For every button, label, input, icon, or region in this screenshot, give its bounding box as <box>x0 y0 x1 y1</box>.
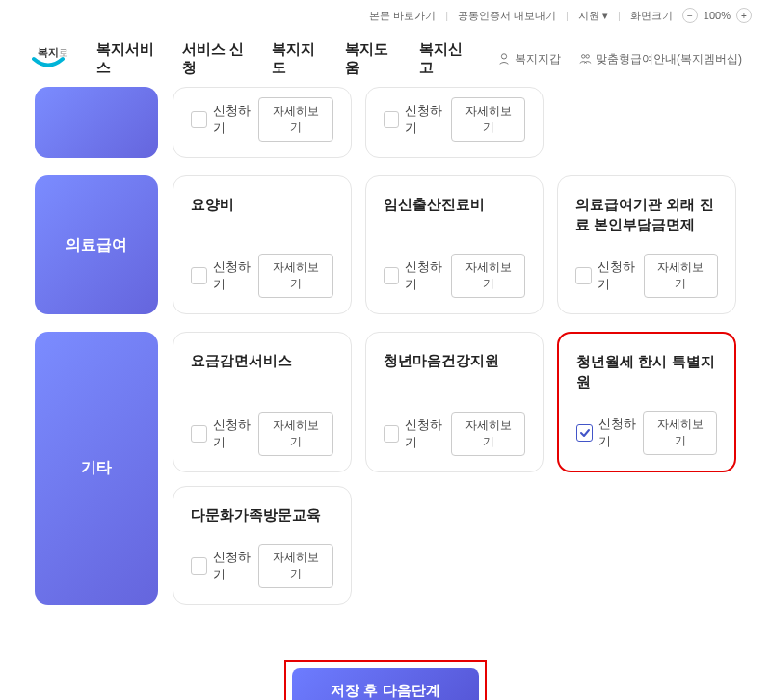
divider: | <box>618 10 621 21</box>
apply-label: 신청하기 <box>405 258 451 293</box>
detail-button[interactable]: 자세히보기 <box>258 97 332 142</box>
divider: | <box>445 10 448 21</box>
apply-checkbox[interactable] <box>191 267 207 284</box>
svg-point-4 <box>586 55 590 59</box>
apply-label: 신청하기 <box>405 102 451 137</box>
apply-checkbox[interactable] <box>576 424 592 442</box>
cert-export-link[interactable]: 공동인증서 내보내기 <box>458 9 556 23</box>
site-logo[interactable]: 복지 로 <box>29 44 67 73</box>
card-title: 청년마음건강지원 <box>384 350 526 392</box>
card-title: 요금감면서비스 <box>191 350 333 392</box>
service-card: 청년월세 한시 특별지원신청하기자세히보기 <box>557 332 736 472</box>
detail-button[interactable]: 자세히보기 <box>258 254 332 298</box>
svg-text:로: 로 <box>59 47 67 58</box>
svg-point-2 <box>501 54 506 59</box>
logo-icon: 복지 로 <box>29 44 67 73</box>
apply-label: 신청하기 <box>598 258 644 293</box>
apply-checkbox[interactable] <box>191 425 207 443</box>
service-card: 신청하기자세히보기 <box>173 87 352 158</box>
card-title: 의료급여기관 외래 진료 본인부담금면제 <box>575 194 718 234</box>
category-label: 의료급여 <box>35 175 158 314</box>
service-card: 청년마음건강지원신청하기자세히보기 <box>365 332 545 472</box>
save-button-highlight: 저장 후 다음단계 <box>284 660 486 700</box>
detail-button[interactable]: 자세히보기 <box>258 412 332 456</box>
apply-label: 신청하기 <box>213 258 259 293</box>
custom-benefit-guide-link[interactable]: 맞춤형급여안내(복지멤버십) <box>578 51 742 67</box>
apply-checkbox[interactable] <box>384 111 400 128</box>
apply-label: 신청하기 <box>213 417 259 451</box>
support-link[interactable]: 지원 ▾ <box>578 9 608 23</box>
apply-checkbox[interactable] <box>575 267 592 284</box>
divider: | <box>566 10 569 21</box>
zoom-out-button[interactable]: − <box>682 8 698 23</box>
zoom-label: 화면크기 <box>630 9 673 23</box>
apply-label: 신청하기 <box>213 102 259 137</box>
detail-button[interactable]: 자세히보기 <box>451 254 525 298</box>
apply-checkbox[interactable] <box>384 267 400 284</box>
service-card: 신청하기자세히보기 <box>365 87 545 158</box>
detail-button[interactable]: 자세히보기 <box>644 254 718 298</box>
wallet-icon <box>497 52 511 66</box>
apply-label: 신청하기 <box>598 416 644 450</box>
nav-welfare-help[interactable]: 복지도움 <box>345 40 394 77</box>
checkmark-icon <box>579 427 591 439</box>
detail-button[interactable]: 자세히보기 <box>643 411 717 455</box>
detail-button[interactable]: 자세히보기 <box>451 412 525 456</box>
detail-button[interactable]: 자세히보기 <box>451 97 525 142</box>
apply-label: 신청하기 <box>405 417 451 451</box>
svg-text:복지: 복지 <box>38 46 59 58</box>
svg-point-3 <box>582 55 586 59</box>
welfare-wallet-link[interactable]: 복지지갑 <box>497 51 561 67</box>
nav-welfare-map[interactable]: 복지지도 <box>272 40 321 77</box>
service-card: 요금감면서비스신청하기자세히보기 <box>173 332 352 472</box>
detail-button[interactable]: 자세히보기 <box>258 544 332 588</box>
card-title: 요양비 <box>191 194 333 234</box>
service-card: 의료급여기관 외래 진료 본인부담금면제신청하기자세히보기 <box>557 175 736 314</box>
apply-label: 신청하기 <box>213 549 259 583</box>
card-title: 다문화가족방문교육 <box>191 504 333 525</box>
apply-checkbox[interactable] <box>384 425 400 443</box>
nav-service-apply[interactable]: 서비스 신청 <box>182 40 248 77</box>
nav-welfare-service[interactable]: 복지서비스 <box>96 40 158 77</box>
service-card: 다문화가족방문교육신청하기자세히보기 <box>173 486 352 605</box>
apply-checkbox[interactable] <box>191 557 207 575</box>
category-label <box>35 87 158 158</box>
service-card: 임신출산진료비신청하기자세히보기 <box>365 175 545 314</box>
membership-icon <box>578 52 592 66</box>
service-card: 요양비신청하기자세히보기 <box>173 175 352 314</box>
category-label: 기타 <box>35 332 158 605</box>
card-title: 임신출산진료비 <box>384 194 526 234</box>
card-title: 청년월세 한시 특별지원 <box>576 351 717 391</box>
zoom-value: 100% <box>704 10 731 21</box>
apply-checkbox[interactable] <box>191 111 207 128</box>
nav-welfare-report[interactable]: 복지신고 <box>419 40 468 77</box>
zoom-in-button[interactable]: + <box>736 8 752 23</box>
save-next-button[interactable]: 저장 후 다음단계 <box>292 668 478 700</box>
skip-link[interactable]: 본문 바로가기 <box>369 9 436 23</box>
